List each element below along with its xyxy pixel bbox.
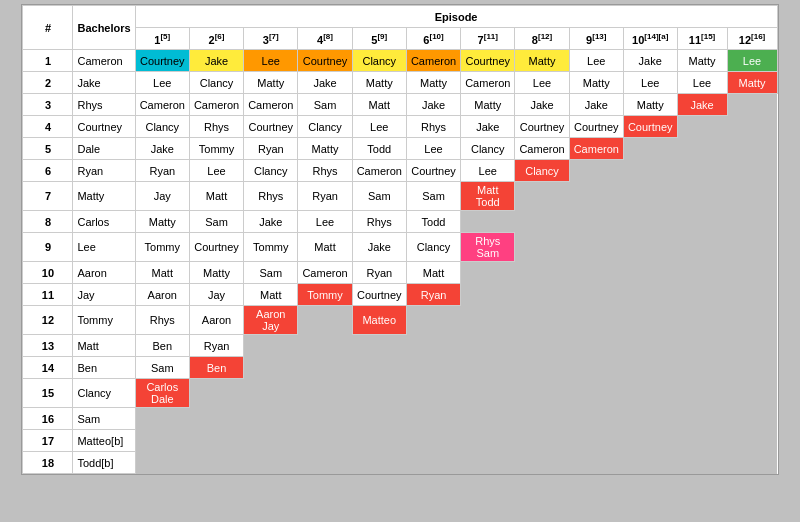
cell-r0-c5: Cameron	[406, 50, 460, 72]
cell-r16-c8	[569, 430, 623, 452]
cell-r14-c10	[677, 379, 727, 408]
cell-r5-c2: Clancy	[244, 160, 298, 182]
cell-r0-c8: Lee	[569, 50, 623, 72]
cell-r10-c5: Ryan	[406, 284, 460, 306]
bachelor-name: Todd[b]	[73, 452, 135, 474]
cell-r15-c6	[461, 408, 515, 430]
row-number: 2	[23, 72, 73, 94]
cell-r9-c10	[677, 262, 727, 284]
cell-r13-c1: Ben	[189, 357, 243, 379]
cell-r17-c8	[569, 452, 623, 474]
row-number: 14	[23, 357, 73, 379]
row-number: 6	[23, 160, 73, 182]
cell-r4-c9	[623, 138, 677, 160]
main-table-container: # Bachelors Episode 1[5]2[6]3[7]4[8]5[9]…	[21, 4, 778, 475]
cell-r9-c1: Matty	[189, 262, 243, 284]
bachelor-name: Ryan	[73, 160, 135, 182]
table-row: 6RyanRyanLeeClancyRhysCameronCourtneyLee…	[23, 160, 777, 182]
table-row: 15ClancyCarlosDale	[23, 379, 777, 408]
cell-r9-c9	[623, 262, 677, 284]
row-number: 7	[23, 182, 73, 211]
cell-r2-c8: Jake	[569, 94, 623, 116]
cell-r11-c3	[298, 306, 352, 335]
cell-r16-c9	[623, 430, 677, 452]
cell-r14-c8	[569, 379, 623, 408]
cell-r17-c4	[352, 452, 406, 474]
cell-r4-c3: Matty	[298, 138, 352, 160]
cell-r7-c10	[677, 211, 727, 233]
cell-r13-c2	[244, 357, 298, 379]
cell-r0-c11: Lee	[727, 50, 777, 72]
cell-r11-c8	[569, 306, 623, 335]
bachelor-name: Matty	[73, 182, 135, 211]
cell-r7-c8	[569, 211, 623, 233]
cell-r6-c6: MattTodd	[461, 182, 515, 211]
cell-r7-c0: Matty	[135, 211, 189, 233]
cell-r8-c3: Matt	[298, 233, 352, 262]
cell-r17-c6	[461, 452, 515, 474]
cell-r2-c4: Matt	[352, 94, 406, 116]
cell-r4-c11	[727, 138, 777, 160]
cell-r11-c5	[406, 306, 460, 335]
cell-r6-c3: Ryan	[298, 182, 352, 211]
cell-r10-c3: Tommy	[298, 284, 352, 306]
cell-r5-c1: Lee	[189, 160, 243, 182]
cell-r7-c1: Sam	[189, 211, 243, 233]
cell-r12-c5	[406, 335, 460, 357]
bachelor-name: Tommy	[73, 306, 135, 335]
bachelor-name: Matt	[73, 335, 135, 357]
cell-r5-c6: Lee	[461, 160, 515, 182]
episode-col-7: 7[11]	[461, 28, 515, 50]
cell-r1-c7: Lee	[515, 72, 569, 94]
cell-r17-c10	[677, 452, 727, 474]
cell-r0-c0: Courtney	[135, 50, 189, 72]
cell-r14-c6	[461, 379, 515, 408]
episode-col-10: 10[14][a]	[623, 28, 677, 50]
cell-r5-c3: Rhys	[298, 160, 352, 182]
cell-r14-c11	[727, 379, 777, 408]
cell-r3-c7: Courtney	[515, 116, 569, 138]
cell-r5-c9	[623, 160, 677, 182]
cell-r1-c2: Matty	[244, 72, 298, 94]
cell-r6-c0: Jay	[135, 182, 189, 211]
cell-r17-c3	[298, 452, 352, 474]
table-row: 17Matteo[b]	[23, 430, 777, 452]
cell-r15-c4	[352, 408, 406, 430]
cell-r15-c11	[727, 408, 777, 430]
row-number: 8	[23, 211, 73, 233]
row-number: 16	[23, 408, 73, 430]
cell-r13-c4	[352, 357, 406, 379]
cell-r15-c7	[515, 408, 569, 430]
cell-r8-c2: Tommy	[244, 233, 298, 262]
cell-r2-c10: Jake	[677, 94, 727, 116]
cell-r8-c0: Tommy	[135, 233, 189, 262]
cell-r2-c2: Cameron	[244, 94, 298, 116]
cell-r3-c9: Courtney	[623, 116, 677, 138]
table-row: 2JakeLeeClancyMattyJakeMattyMattyCameron…	[23, 72, 777, 94]
cell-r11-c10	[677, 306, 727, 335]
bachelor-name: Clancy	[73, 379, 135, 408]
cell-r13-c0: Sam	[135, 357, 189, 379]
episode-col-6: 6[10]	[406, 28, 460, 50]
cell-r0-c7: Matty	[515, 50, 569, 72]
cell-r1-c0: Lee	[135, 72, 189, 94]
cell-r14-c4	[352, 379, 406, 408]
cell-r10-c7	[515, 284, 569, 306]
cell-r4-c5: Lee	[406, 138, 460, 160]
cell-r10-c2: Matt	[244, 284, 298, 306]
hash-header: #	[23, 6, 73, 50]
cell-r11-c6	[461, 306, 515, 335]
bachelor-name: Dale	[73, 138, 135, 160]
cell-r12-c8	[569, 335, 623, 357]
cell-r11-c0: Rhys	[135, 306, 189, 335]
cell-r8-c1: Courtney	[189, 233, 243, 262]
cell-r8-c6: RhysSam	[461, 233, 515, 262]
cell-r7-c2: Jake	[244, 211, 298, 233]
cell-r6-c5: Sam	[406, 182, 460, 211]
cell-r17-c1	[189, 452, 243, 474]
cell-r8-c9	[623, 233, 677, 262]
cell-r14-c0: CarlosDale	[135, 379, 189, 408]
cell-r3-c3: Clancy	[298, 116, 352, 138]
cell-r4-c4: Todd	[352, 138, 406, 160]
cell-r15-c8	[569, 408, 623, 430]
